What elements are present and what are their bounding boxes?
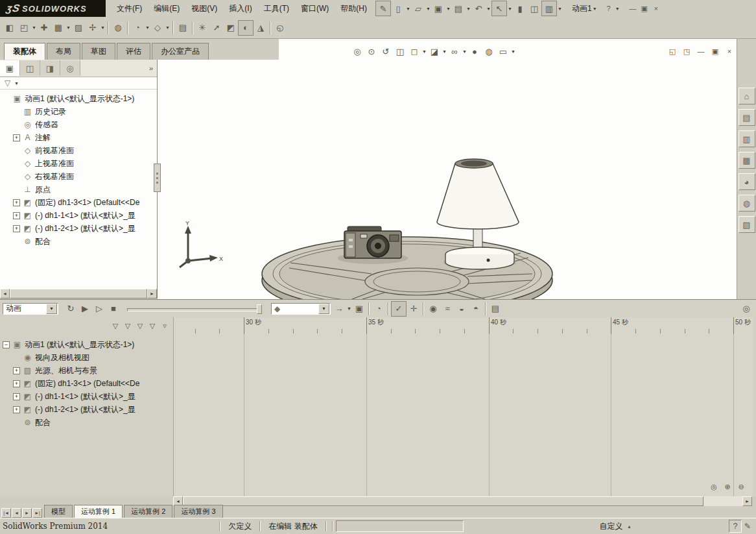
tree-expander[interactable]: − bbox=[3, 341, 10, 348]
design-library-icon[interactable]: ▤ bbox=[738, 109, 755, 126]
chevron-down-icon[interactable]: ▼ bbox=[615, 1, 620, 16]
custom-properties-icon[interactable]: ▧ bbox=[738, 216, 755, 233]
motion-tree-item[interactable]: +◩ (固定) dh1-3<1> (Default<<De bbox=[0, 377, 173, 390]
feature-tree-item[interactable]: ▣ 动画1 (默认<默认_显示状态-1>) bbox=[0, 92, 157, 105]
menu-help[interactable]: 帮助(H) bbox=[335, 1, 373, 17]
chevron-down-icon[interactable]: ▼ bbox=[346, 302, 352, 316]
new-motion-study-icon[interactable]: ◐ bbox=[238, 20, 254, 36]
edit-appearance-icon[interactable]: ◫ bbox=[527, 1, 541, 16]
undo-icon[interactable]: ↶ bbox=[471, 1, 486, 16]
dimxpertmanager-tab-icon[interactable]: ◎ bbox=[60, 60, 80, 76]
tab-sketch[interactable]: 草图 bbox=[82, 43, 115, 60]
play-from-start-icon[interactable]: ▶ bbox=[78, 302, 92, 316]
feature-tree-item[interactable]: ▥ 历史记录 bbox=[0, 105, 157, 118]
resources-icon[interactable]: ⌂ bbox=[738, 88, 755, 104]
model-table-lamp[interactable] bbox=[437, 159, 519, 270]
feature-tree-item[interactable]: +A 注解 bbox=[0, 131, 157, 144]
tab-motion-study-1[interactable]: 运动算例 1 bbox=[74, 505, 123, 518]
stop-icon[interactable]: ■ bbox=[106, 302, 121, 316]
viewport-3d-scene[interactable] bbox=[158, 39, 737, 299]
update-speedpak-icon[interactable]: ◵ bbox=[273, 21, 287, 35]
tab-motion-study-3[interactable]: 运动算例 3 bbox=[174, 505, 222, 518]
bill-of-materials-icon[interactable]: ▤ bbox=[176, 21, 190, 35]
save-icon[interactable]: ▣ bbox=[431, 1, 445, 16]
results-and-plots-icon[interactable]: ▤ bbox=[488, 302, 502, 316]
scroll-right-icon[interactable]: ► bbox=[147, 289, 157, 298]
edit-component-icon[interactable]: ◧ bbox=[3, 21, 17, 35]
feature-tree-item[interactable]: ◇ 前视基准面 bbox=[0, 144, 157, 157]
next-tab-icon[interactable]: ► bbox=[22, 508, 32, 518]
scrollbar-thumb[interactable] bbox=[10, 289, 147, 298]
slider-thumb[interactable] bbox=[257, 304, 262, 314]
filter-collapse-icon[interactable]: ▿ bbox=[159, 320, 171, 332]
filter-driving-icon[interactable]: ▽ bbox=[122, 320, 134, 332]
prev-tab-icon[interactable]: ◄ bbox=[12, 508, 21, 518]
menu-window[interactable]: 窗口(W) bbox=[295, 1, 335, 17]
tree-expander[interactable]: + bbox=[13, 367, 20, 374]
restore-icon[interactable]: ▣ bbox=[639, 3, 650, 14]
chevron-down-icon[interactable]: ▼ bbox=[425, 1, 431, 16]
chevron-down-icon[interactable]: ▼ bbox=[445, 1, 451, 16]
explode-line-sketch-icon[interactable]: ➚ bbox=[209, 21, 224, 35]
playback-mode-icon[interactable]: → bbox=[332, 302, 346, 316]
spring-icon[interactable]: ≈ bbox=[440, 302, 455, 316]
chevron-down-icon[interactable]: ▼ bbox=[145, 21, 150, 35]
chevron-down-icon[interactable]: ▼ bbox=[592, 1, 598, 16]
minimize-icon[interactable]: — bbox=[627, 3, 639, 14]
panel-splitter-handle[interactable] bbox=[154, 164, 161, 192]
study-type-select[interactable]: 动画 ▼ bbox=[3, 303, 58, 315]
rebuild-icon[interactable]: ▮ bbox=[513, 1, 527, 16]
new-document-icon[interactable]: ▯ bbox=[391, 1, 405, 16]
tree-expander[interactable]: + bbox=[13, 393, 20, 400]
filter-selected-icon[interactable]: ▽ bbox=[134, 320, 146, 332]
view-palette-icon[interactable]: ▦ bbox=[738, 152, 755, 169]
feature-tree-hscrollbar[interactable]: ◄ ► bbox=[0, 289, 157, 298]
tab-model[interactable]: 模型 bbox=[44, 505, 73, 518]
feature-tree-item[interactable]: ⊥ 原点 bbox=[0, 183, 157, 196]
motion-tree-item[interactable]: +◩ (-) dh1-1<1> (默认<默认>_显 bbox=[0, 390, 173, 403]
scroll-left-icon[interactable]: ◄ bbox=[0, 289, 10, 298]
show-hidden-components-icon[interactable]: ◍ bbox=[111, 21, 125, 35]
menu-insert[interactable]: 插入(I) bbox=[223, 1, 257, 17]
feature-tree-item[interactable]: +◩ (固定) dh1-3<1> (Default<<De bbox=[0, 196, 157, 209]
annotation-pen-icon[interactable]: ✎ bbox=[742, 520, 753, 532]
animation-slider[interactable] bbox=[127, 302, 265, 315]
tree-expander[interactable]: + bbox=[13, 406, 20, 413]
model-digital-camera[interactable] bbox=[338, 226, 408, 264]
chevron-down-icon[interactable]: ▼ bbox=[14, 76, 19, 90]
motor-icon[interactable]: ◉ bbox=[426, 302, 440, 316]
feature-tree-item[interactable]: ⊚ 配合 bbox=[0, 235, 157, 248]
timeline-hscrollbar[interactable]: ◄ ► bbox=[173, 496, 752, 506]
chevron-down-icon[interactable]: ▼ bbox=[507, 1, 513, 16]
motion-tree-item[interactable]: +◩ (-) dh1-2<1> (默认<默认>_显 bbox=[0, 403, 173, 416]
chevron-down-icon[interactable]: ▼ bbox=[405, 1, 411, 16]
graphics-area[interactable]: ◎⊙↺◫◻▼◪▼∞▼●◍▭▼ ◱◳—▣× Y X bbox=[158, 39, 737, 299]
last-tab-icon[interactable]: ►| bbox=[32, 508, 42, 518]
animation-selector[interactable]: 动画1 ▼ bbox=[572, 1, 598, 16]
feature-tree-item[interactable]: +◩ (-) dh1-2<1> (默认<默认>_显 bbox=[0, 222, 157, 235]
chevron-down-icon[interactable]: ▼ bbox=[165, 21, 171, 35]
chevron-down-icon[interactable]: ▼ bbox=[100, 21, 106, 35]
calculate-icon[interactable]: ↻ bbox=[64, 302, 78, 316]
scenes-icon[interactable]: ◍ bbox=[738, 195, 755, 212]
filter-animated-icon[interactable]: ▽ bbox=[110, 320, 121, 332]
assembly-features-icon[interactable]: ◔ bbox=[130, 21, 145, 35]
tree-expander[interactable]: + bbox=[13, 225, 20, 232]
timeline-area[interactable] bbox=[173, 334, 753, 496]
chevron-down-icon[interactable]: ▼ bbox=[486, 1, 491, 16]
chevron-down-icon[interactable]: ▼ bbox=[65, 21, 71, 35]
reference-geometry-icon[interactable]: ◇ bbox=[150, 21, 165, 35]
menu-tools[interactable]: 工具(T) bbox=[258, 1, 295, 17]
linear-component-pattern-icon[interactable]: ▦ bbox=[51, 21, 65, 35]
feature-tree-item[interactable]: +◩ (-) dh1-1<1> (默认<默认>_显 bbox=[0, 209, 157, 222]
tree-expander[interactable]: + bbox=[13, 212, 20, 219]
motion-tree-item[interactable]: −▣ 动画1 (默认<默认_显示状态-1>) bbox=[0, 338, 173, 351]
autokey-icon[interactable]: ✓ bbox=[391, 301, 407, 317]
timeline-zoom-fit-icon[interactable]: ◎ bbox=[708, 481, 720, 492]
tree-expander[interactable]: + bbox=[13, 199, 20, 206]
tab-motion-study-2[interactable]: 运动算例 2 bbox=[124, 505, 172, 518]
scroll-right-icon[interactable]: ► bbox=[742, 496, 752, 506]
configurationmanager-tab-icon[interactable]: ◨ bbox=[40, 60, 60, 76]
insert-components-icon[interactable]: ◰ bbox=[17, 21, 31, 35]
animation-wizard-icon[interactable]: ◔ bbox=[372, 302, 386, 316]
